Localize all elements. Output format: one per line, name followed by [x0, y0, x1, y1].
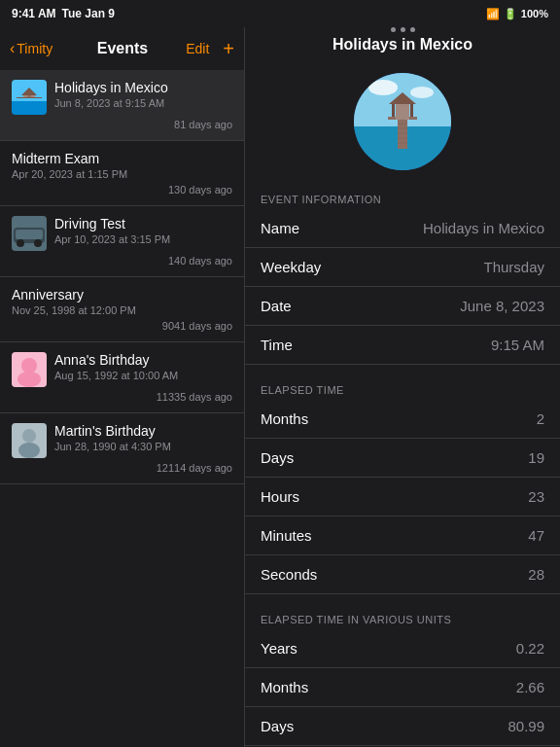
- field-value-name: Holidays in Mexico: [423, 220, 544, 236]
- field-value-date: June 8, 2023: [460, 298, 544, 314]
- event-days-ago: 9041 days ago: [12, 320, 232, 332]
- field-label-hours: Hours: [261, 488, 299, 505]
- event-datetime: Jun 8, 2023 at 9:15 AM: [54, 97, 232, 109]
- chevron-left-icon: ‹: [10, 40, 15, 57]
- info-row-days: Days 19: [245, 439, 560, 478]
- svg-point-16: [18, 443, 40, 458]
- wifi-icon: 📶: [486, 8, 500, 20]
- field-label-months: Months: [261, 410, 308, 427]
- nav-title: Events: [97, 40, 148, 57]
- svg-rect-22: [396, 102, 409, 120]
- event-info: Anna's Birthday Aug 15, 1992 at 10:00 AM: [54, 352, 232, 381]
- svg-rect-5: [17, 97, 42, 98]
- right-title: Holidays in Mexico: [245, 32, 560, 65]
- event-thumbnail: [12, 423, 47, 458]
- status-date: Tue Jan 9: [62, 7, 115, 20]
- event-info: Midterm Exam Apr 20, 2023 at 1:15 PM: [12, 151, 232, 180]
- event-days-ago: 81 days ago: [12, 119, 232, 130]
- add-button[interactable]: +: [223, 38, 234, 60]
- field-label-days-various: Days: [261, 718, 294, 734]
- info-row-weekday: Weekday Thursday: [245, 248, 560, 287]
- field-value-days-various: 80.99: [508, 718, 544, 734]
- event-thumbnail: [12, 216, 47, 251]
- event-info: Holidays in Mexico Jun 8, 2023 at 9:15 A…: [54, 80, 232, 109]
- svg-point-9: [34, 239, 42, 247]
- battery-percent: 100%: [521, 8, 548, 19]
- nav-bar: ‹ Timity Events Edit +: [0, 27, 244, 70]
- left-panel: 9:41 AM Tue Jan 9 📶 🔋 100% ‹ Timity Even…: [0, 0, 245, 747]
- event-name: Anna's Birthday: [54, 352, 232, 368]
- info-row-months-various: Months 2.66: [245, 668, 560, 707]
- field-label-weekday: Weekday: [261, 259, 321, 275]
- event-name: Driving Test: [54, 216, 232, 231]
- event-info: Martin's Birthday Jun 28, 1990 at 4:30 P…: [54, 423, 232, 452]
- event-days-ago: 140 days ago: [12, 255, 232, 267]
- field-label-days: Days: [261, 449, 294, 466]
- field-label-date: Date: [261, 298, 292, 314]
- svg-point-8: [17, 239, 24, 247]
- field-value-years-various: 0.22: [516, 640, 544, 657]
- info-row-name: Name Holidays in Mexico: [245, 209, 560, 248]
- info-row-years-various: Years 0.22: [245, 629, 560, 668]
- battery-icon: 🔋: [504, 8, 517, 20]
- event-info: Anniversary Nov 25, 1998 at 12:00 PM: [12, 287, 232, 316]
- svg-point-12: [21, 358, 37, 374]
- svg-point-19: [410, 87, 434, 98]
- section-event-info: EVENT INFORMATION: [245, 186, 560, 209]
- list-item[interactable]: Anna's Birthday Aug 15, 1992 at 10:00 AM…: [0, 342, 244, 413]
- event-name: Martin's Birthday: [54, 423, 232, 439]
- svg-rect-1: [12, 101, 47, 115]
- info-row-date: Date June 8, 2023: [245, 287, 560, 326]
- list-item[interactable]: Midterm Exam Apr 20, 2023 at 1:15 PM 130…: [0, 141, 244, 206]
- field-value-days: 19: [528, 449, 544, 466]
- field-value-months: 2: [537, 410, 544, 427]
- field-label-months-various: Months: [261, 679, 308, 695]
- event-name: Midterm Exam: [12, 151, 232, 166]
- svg-point-13: [18, 372, 41, 387]
- section-various-units: ELAPSED TIME IN VARIOUS UNITS: [245, 606, 560, 629]
- list-item[interactable]: Driving Test Apr 10, 2023 at 3:15 PM 140…: [0, 206, 244, 277]
- event-thumbnail: [12, 80, 47, 115]
- event-datetime: Aug 15, 1992 at 10:00 AM: [54, 370, 232, 381]
- list-item[interactable]: Holidays in Mexico Jun 8, 2023 at 9:15 A…: [0, 70, 244, 141]
- field-label-seconds: Seconds: [261, 566, 317, 583]
- status-time: 9:41 AM: [12, 7, 56, 20]
- status-bar: 9:41 AM Tue Jan 9 📶 🔋 100%: [0, 0, 560, 27]
- event-days-ago: 12114 days ago: [12, 462, 232, 474]
- field-value-weekday: Thursday: [483, 259, 544, 275]
- event-image-circle: [354, 73, 451, 170]
- field-label-years-various: Years: [261, 640, 298, 657]
- event-datetime: Apr 10, 2023 at 3:15 PM: [54, 233, 232, 245]
- field-value-time: 9:15 AM: [491, 337, 544, 353]
- field-value-months-various: 2.66: [516, 679, 544, 695]
- event-datetime: Nov 25, 1998 at 12:00 PM: [12, 304, 232, 316]
- event-list: Holidays in Mexico Jun 8, 2023 at 9:15 A…: [0, 70, 244, 747]
- edit-button[interactable]: Edit: [186, 41, 209, 56]
- info-row-minutes: Minutes 47: [245, 516, 560, 555]
- field-label-minutes: Minutes: [261, 527, 312, 544]
- field-label-time: Time: [261, 337, 293, 353]
- field-label-name: Name: [261, 220, 299, 236]
- list-item[interactable]: Martin's Birthday Jun 28, 1990 at 4:30 P…: [0, 413, 244, 484]
- section-elapsed-time: ELAPSED TIME: [245, 376, 560, 400]
- status-right: 📶 🔋 100%: [486, 8, 548, 20]
- event-image-container: [245, 65, 560, 186]
- svg-rect-25: [410, 104, 413, 117]
- event-days-ago: 11335 days ago: [12, 391, 232, 403]
- info-row-days-various: Days 80.99: [245, 707, 560, 746]
- svg-rect-24: [392, 104, 395, 117]
- field-value-hours: 23: [528, 488, 544, 505]
- back-button[interactable]: ‹ Timity: [10, 40, 52, 57]
- info-row-hours: Hours 23: [245, 478, 560, 516]
- svg-rect-10: [16, 230, 43, 239]
- event-name: Anniversary: [12, 287, 232, 302]
- event-info: Driving Test Apr 10, 2023 at 3:15 PM: [54, 216, 232, 245]
- list-item[interactable]: Anniversary Nov 25, 1998 at 12:00 PM 904…: [0, 277, 244, 342]
- svg-point-18: [368, 80, 398, 95]
- info-row-months: Months 2: [245, 400, 560, 439]
- field-value-seconds: 28: [528, 566, 544, 583]
- event-datetime: Apr 20, 2023 at 1:15 PM: [12, 168, 232, 180]
- svg-rect-26: [398, 120, 407, 149]
- event-days-ago: 130 days ago: [12, 184, 232, 196]
- nav-actions: Edit +: [186, 38, 234, 60]
